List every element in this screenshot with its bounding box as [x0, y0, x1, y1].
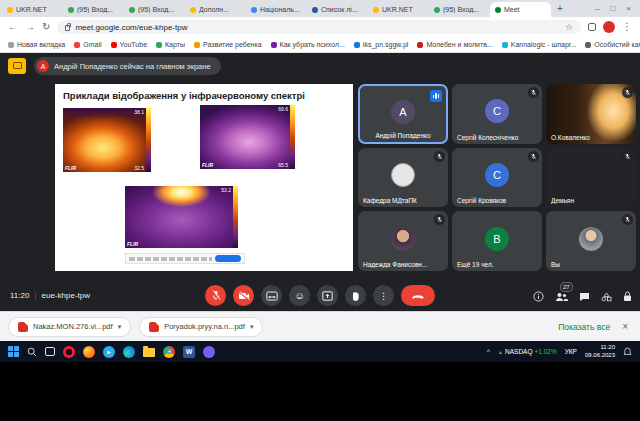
telegram-icon[interactable]: ▸ — [103, 346, 115, 358]
participant-tile-demyan[interactable]: Демьян — [546, 148, 636, 208]
browser-tab-strip: UKR.NET (95) Вход... (95) Вход... Дополн… — [0, 0, 640, 17]
download-file-chip-2[interactable]: Poryadok.pryy.na.n...pdf ▾ — [139, 317, 263, 337]
bookmark-cabinet[interactable]: Особистий кабінет — [585, 41, 640, 48]
tab-mail-2[interactable]: (95) Вход... — [124, 2, 185, 17]
tab-mail-3[interactable]: (95) Вход... — [429, 2, 490, 17]
search-icon[interactable] — [27, 343, 37, 361]
bookmark-label: Новая вкладка — [17, 41, 65, 48]
tab-favicon — [373, 7, 379, 13]
mic-off-icon — [622, 87, 633, 98]
participant-tile-kafedra[interactable]: Кафедра МДтаПК — [358, 148, 448, 208]
flir-logo: FLIR — [65, 165, 76, 171]
bookmark-moleben[interactable]: Молебен и молитв... — [417, 41, 492, 48]
address-bar[interactable]: meet.google.com/eue-khpe-tpw ☆ — [57, 20, 581, 34]
info-button[interactable] — [533, 291, 544, 302]
word-icon[interactable]: W — [183, 346, 195, 358]
new-tab-button[interactable]: + — [551, 3, 569, 14]
temperature-scale — [233, 186, 238, 248]
browser-toolbar: ← → ↻ meet.google.com/eue-khpe-tpw ☆ ⋮ — [0, 17, 640, 37]
taskbar-clock[interactable]: 11:20 09.06.2023 — [585, 344, 615, 360]
tab-label: UKR.NET — [16, 6, 47, 13]
people-button[interactable]: 27 — [555, 292, 568, 302]
close-downloads-bar-icon[interactable]: × — [622, 321, 628, 332]
start-button[interactable] — [8, 346, 19, 357]
temp-max-label: 69.6 — [278, 106, 288, 112]
host-controls-button[interactable] — [623, 291, 632, 302]
menu-kebab-icon[interactable]: ⋮ — [622, 22, 632, 32]
bookmark-youtube[interactable]: YouTube — [111, 41, 148, 48]
flir-logo: FLIR — [127, 241, 138, 247]
captions-button[interactable] — [261, 285, 282, 306]
bookmark-icon — [354, 42, 360, 48]
reactions-button[interactable]: ☺ — [289, 285, 310, 306]
participant-tile-more-people[interactable]: В Ещё 19 чел. — [452, 211, 542, 271]
opera-icon[interactable] — [63, 346, 75, 358]
task-view-icon[interactable] — [45, 347, 55, 356]
tab-mail-1[interactable]: (95) Вход... — [63, 2, 124, 17]
chat-button[interactable] — [579, 292, 590, 302]
show-all-downloads-button[interactable]: Показать все — [558, 322, 610, 332]
bookmark-star-icon[interactable]: ☆ — [565, 22, 573, 32]
slide-title: Приклади відображення у інфрачервоному с… — [63, 90, 347, 101]
tab-meet-active[interactable]: Meet — [490, 2, 551, 17]
avatar: С — [485, 99, 509, 123]
forward-button[interactable]: → — [25, 22, 35, 32]
firefox-icon[interactable] — [83, 346, 95, 358]
end-call-button[interactable] — [401, 285, 435, 306]
bookmark-razvitie[interactable]: Развитие ребенка — [194, 41, 262, 48]
chevron-down-icon[interactable]: ▾ — [250, 323, 254, 331]
lock-icon — [65, 25, 70, 31]
notifications-icon[interactable] — [623, 343, 632, 361]
bookmark-maps[interactable]: Карты — [156, 41, 185, 48]
back-button[interactable]: ← — [8, 22, 18, 32]
participant-count-badge: 27 — [560, 282, 573, 292]
bookmark-psihol[interactable]: Как убрать психол... — [271, 41, 345, 48]
download-file-chip-1[interactable]: Nakaz.MON.276.vi...pdf ▾ — [8, 317, 131, 337]
temp-min-label: 65.5 — [278, 162, 288, 168]
camera-off-button[interactable] — [233, 285, 254, 306]
system-tray: ^ ▲ NASDAQ +1.02% УКР 11:20 09.06.2023 — [487, 343, 632, 361]
tab-ukrnet[interactable]: UKR.NET — [2, 2, 63, 17]
edge-icon[interactable] — [123, 346, 135, 358]
present-button[interactable] — [317, 285, 338, 306]
tab-spisok[interactable]: Список лі... — [307, 2, 368, 17]
bookmark-label: iks_pn.sggw.pl — [363, 41, 409, 48]
bookmark-new-tab[interactable]: Новая вкладка — [8, 41, 65, 48]
participant-tile-krovyakov[interactable]: С Сергій Кровяков — [452, 148, 542, 208]
profile-avatar[interactable] — [603, 21, 615, 33]
tab-ukrnet-2[interactable]: UKR.NET — [368, 2, 429, 17]
bookmark-gmail[interactable]: Gmail — [74, 41, 101, 48]
participant-tile-kovalenko[interactable]: О.Коваленко — [546, 84, 636, 144]
raise-hand-button[interactable] — [345, 285, 366, 306]
participant-name: О.Коваленко — [551, 134, 621, 141]
maximize-button[interactable]: □ — [610, 4, 615, 13]
tab-favicon — [68, 7, 74, 13]
file-explorer-icon[interactable] — [143, 348, 155, 357]
tab-dopoln[interactable]: Дополн... — [185, 2, 246, 17]
reload-button[interactable]: ↻ — [42, 22, 50, 32]
chevron-down-icon[interactable]: ▾ — [118, 323, 122, 331]
participant-tile-nadezhda[interactable]: Надежда Фанисовн... — [358, 211, 448, 271]
bookmark-sggw[interactable]: iks_pn.sggw.pl — [354, 41, 409, 48]
tab-national[interactable]: Національ... — [246, 2, 307, 17]
mic-off-icon — [622, 151, 633, 162]
tab-label: (95) Вход... — [77, 6, 113, 13]
activities-button[interactable] — [601, 292, 612, 302]
minimize-button[interactable]: – — [595, 4, 599, 13]
presentation-indicator-icon[interactable] — [8, 58, 26, 74]
viber-icon[interactable] — [203, 346, 215, 358]
extensions-icon[interactable] — [588, 23, 596, 31]
stock-widget[interactable]: ▲ NASDAQ +1.02% — [498, 348, 557, 355]
close-button[interactable]: × — [626, 4, 631, 13]
taskbar-date: 09.06.2023 — [585, 352, 615, 360]
participant-tile-you[interactable]: Вы — [546, 211, 636, 271]
bookmark-label: Карты — [165, 41, 185, 48]
more-options-button[interactable]: ⋮ — [373, 285, 394, 306]
bookmark-kannalogic[interactable]: Kannalogic - шпарг... — [502, 41, 577, 48]
language-indicator[interactable]: УКР — [565, 348, 577, 355]
participant-tile-andrii[interactable]: А Андрій Попаденко — [358, 84, 448, 144]
chrome-icon[interactable] — [163, 346, 175, 358]
participant-tile-kolesnichenko[interactable]: С Сергій Колесніченко — [452, 84, 542, 144]
tray-expand-icon[interactable]: ^ — [487, 348, 490, 355]
mic-off-button[interactable] — [205, 285, 226, 306]
